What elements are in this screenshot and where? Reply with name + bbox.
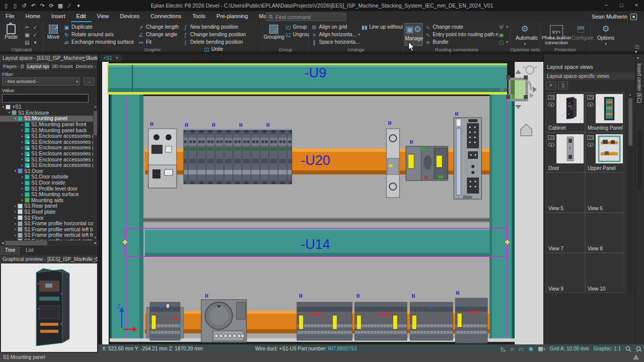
panel-bottom-tab[interactable]: List	[21, 246, 39, 255]
eye-icon[interactable]	[587, 143, 594, 147]
twisty-icon[interactable]	[1, 105, 6, 109]
menu-item[interactable]: Pre-planning	[211, 11, 253, 22]
twisty-icon[interactable]	[13, 216, 18, 220]
wire-duct-left[interactable]	[110, 95, 143, 338]
tree-item[interactable]: S1:Profile level door	[0, 186, 94, 192]
plc-device[interactable]	[454, 118, 481, 199]
menu-item[interactable]: File	[0, 11, 20, 22]
scroll-down-icon[interactable]: ▼	[93, 235, 98, 240]
manage-button[interactable]: ▣⚙ Manage	[405, 23, 423, 46]
ribbon-item[interactable]: ◱ Ungroup	[285, 31, 309, 38]
ribbon-item[interactable]: ∿ Entry point into routing path netwo...…	[425, 31, 498, 38]
grouping-button[interactable]: Grouping	[264, 23, 284, 46]
breaker-bank[interactable]	[184, 128, 292, 184]
camera-icon[interactable]	[548, 95, 554, 100]
ribbon-item[interactable]: ↻ Rotate around axis	[63, 31, 137, 38]
wire-duct-right[interactable]	[490, 95, 515, 338]
magnet-grid-icon[interactable]: ∩:	[519, 346, 524, 352]
left-panel-tab[interactable]: Layout spa...	[25, 62, 50, 70]
scroll-up-icon[interactable]: ▲	[628, 92, 632, 97]
grid-setting[interactable]: Grid A: 10.00 mm	[550, 346, 589, 351]
twisty-icon[interactable]	[13, 204, 18, 208]
twisty-icon[interactable]	[20, 175, 25, 179]
menu-item[interactable]: Home	[20, 11, 46, 22]
paste-special-icon[interactable]: ▤	[23, 39, 31, 47]
minimize-button[interactable]: −	[599, 0, 614, 11]
menu-item[interactable]: Insert	[46, 11, 71, 22]
filter-browse-button[interactable]: ...	[84, 77, 95, 85]
menu-item[interactable]: Edit	[71, 11, 92, 22]
twisty-icon[interactable]	[20, 157, 25, 161]
twisty-icon[interactable]	[13, 117, 18, 121]
automatic-button[interactable]: ⚙ Automatic ▾	[516, 23, 534, 46]
3d-layout-viewport[interactable]: -U9	[98, 62, 543, 345]
terminal-bank-2[interactable]	[355, 302, 407, 340]
view-cell-empty[interactable]: View 9	[546, 253, 585, 293]
options-button[interactable]: ⚙ Options ▾	[597, 23, 615, 46]
ribbon-item[interactable]: ◰ Group	[285, 23, 309, 31]
twisty-icon[interactable]	[20, 198, 25, 202]
add-view-button[interactable]: +	[546, 81, 556, 89]
copy-icon[interactable]: ▣	[23, 32, 31, 39]
ribbon-item[interactable]: ∥ Space horizonta... ▾	[311, 38, 360, 46]
grid-display-icon[interactable]: ▦▾	[538, 345, 545, 352]
view-cell-empty[interactable]: View 8	[585, 213, 624, 253]
ribbon-item[interactable]: ≋ Bundle	[425, 38, 498, 46]
view-cell-empty[interactable]: View 5	[546, 172, 585, 213]
ribbon-icon-button[interactable]: ▢ ▾	[498, 38, 510, 46]
tree-item[interactable]: S1:Enclosure	[0, 110, 94, 116]
graphical-preview-header[interactable]: Graphical preview - [EES]_ISP_Machine_St…	[0, 255, 98, 263]
power-supply[interactable]	[201, 300, 247, 342]
ribbon-item[interactable]: ↗ Change length	[138, 23, 181, 31]
undo-icon[interactable]: ↶	[29, 3, 37, 9]
panel-pin-icon[interactable]: ↧	[87, 255, 91, 263]
twisty-icon[interactable]	[13, 169, 18, 173]
magnet-icon[interactable]: ∩	[510, 346, 514, 352]
camera-icon[interactable]	[587, 135, 594, 140]
user-account[interactable]: Sean Mulherin	[592, 11, 637, 22]
rcd-device[interactable]	[148, 129, 177, 188]
contactor-group[interactable]	[406, 146, 448, 180]
canvas-area[interactable]: +S1 ×	[98, 54, 543, 353]
ribbon-item[interactable]: ↦ Fit	[138, 38, 181, 46]
tree-item[interactable]: S1:Rear panel	[0, 203, 94, 209]
twisty-icon[interactable]	[13, 222, 18, 226]
views-panel-header[interactable]: Layout space views ▾ ↧	[544, 63, 635, 71]
command-search[interactable]: Find command	[266, 13, 346, 21]
views-scrollbar[interactable]: ▲	[628, 92, 633, 293]
new-page-icon[interactable]: ▯	[2, 3, 10, 9]
panel-bottom-tab[interactable]: Tree	[0, 246, 21, 255]
tree-item[interactable]: S1:Door outside	[0, 174, 94, 180]
value-input[interactable]	[2, 94, 89, 103]
twisty-icon[interactable]	[20, 123, 25, 127]
layout-space-panel-header[interactable]: Layout space - [EES]_ISP_Machine_Stacki.…	[0, 54, 98, 62]
panel-close-icon[interactable]: ×	[94, 54, 96, 62]
dock-mini-icons[interactable]: ◫▾	[635, 44, 639, 54]
ribbon-icon-button[interactable]: ◉	[498, 31, 510, 38]
twisty-icon[interactable]	[13, 210, 18, 214]
filter-select[interactable]: - Not activated - ▾	[2, 77, 80, 85]
view-cell-mounting-panel[interactable]: Mounting Panel	[585, 92, 624, 132]
tree-horizontal-scrollbar[interactable]: ◀ ▶	[0, 240, 98, 246]
terminal-bank-1[interactable]	[297, 302, 352, 340]
ribbon-item[interactable]: ⊞ Align on grid	[311, 23, 360, 31]
panel-close-icon[interactable]: ×	[94, 255, 96, 263]
check-icon[interactable]: ✓	[31, 32, 39, 39]
visibility-eye-icon[interactable]: ◉	[529, 345, 534, 352]
ribbon-item[interactable]: ◫ Unite	[203, 45, 263, 53]
twisty-icon[interactable]	[13, 227, 18, 231]
ribbon-item[interactable]: ⇄ Exchange mounting surface	[63, 38, 137, 46]
view-cell-empty[interactable]: View 6	[585, 172, 624, 213]
ribbon-item[interactable]: ∫ New bending position	[182, 23, 247, 31]
twisty-icon[interactable]	[20, 152, 25, 156]
twisty-icon[interactable]	[7, 111, 12, 115]
tree-item[interactable]: S1:Enclosure accessories general	[0, 145, 94, 151]
tree-item[interactable]: S1:Enclosure accessories general	[0, 139, 94, 145]
eye-icon[interactable]	[587, 103, 594, 107]
view-cell-empty[interactable]: View 10	[585, 253, 624, 293]
view-cell-empty[interactable]: View 7	[546, 213, 585, 253]
eye-icon[interactable]	[548, 143, 554, 147]
scroll-left-icon[interactable]: ◀	[0, 240, 5, 246]
tree-item[interactable]: S1:Enclosure accessories general	[0, 156, 94, 162]
scroll-up-icon[interactable]: ▲	[93, 104, 98, 109]
